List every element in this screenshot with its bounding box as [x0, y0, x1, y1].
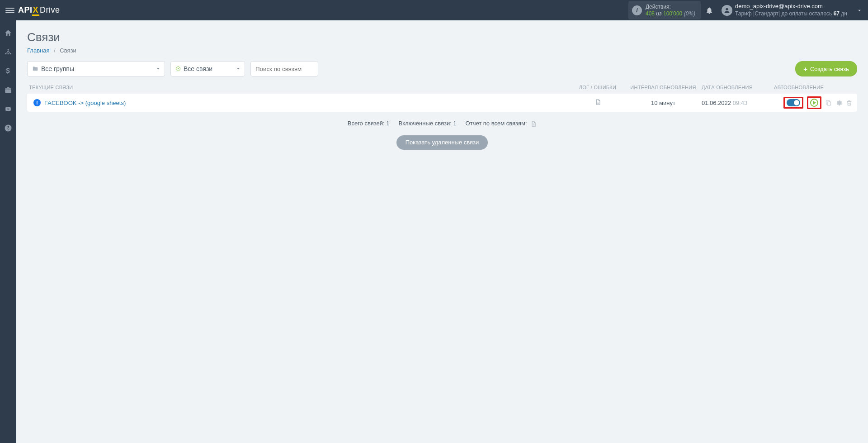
breadcrumb-current: Связи	[60, 47, 76, 54]
svg-rect-8	[827, 102, 831, 105]
report-icon[interactable]	[530, 121, 537, 127]
billing-icon[interactable]	[4, 67, 13, 76]
status-select[interactable]: Все связи	[170, 61, 245, 76]
logo-text-x: X	[33, 5, 39, 15]
search-input[interactable]	[250, 61, 318, 76]
summary-report: Отчет по всем связям:	[466, 120, 537, 127]
top-bar: API X Drive i Действия: 408 из 100'000 (…	[0, 0, 868, 20]
breadcrumb: Главная / Связи	[27, 47, 857, 54]
folder-icon	[32, 66, 38, 72]
logo-text-drive: Drive	[40, 5, 60, 15]
connection-link[interactable]: f FACEBOOK -> (google sheets)	[33, 99, 571, 106]
trash-icon[interactable]	[846, 100, 853, 106]
filters-row: Все группы Все связи + Создать связь	[27, 61, 857, 76]
status-select-label: Все связи	[184, 65, 212, 72]
briefcase-icon[interactable]	[4, 86, 13, 95]
svg-point-1	[8, 49, 9, 50]
group-select-label: Все группы	[41, 65, 74, 72]
group-select[interactable]: Все группы	[27, 61, 165, 76]
svg-point-2	[5, 53, 6, 54]
menu-toggle-button[interactable]	[4, 4, 16, 17]
show-deleted-button[interactable]: Показать удаленные связи	[396, 135, 488, 150]
svg-point-0	[726, 8, 728, 10]
user-email: demo_apix-drive@apix-drive.com	[735, 3, 847, 10]
highlight-play	[807, 96, 821, 109]
gear-icon[interactable]	[835, 100, 842, 106]
plus-icon: +	[803, 65, 807, 73]
home-icon[interactable]	[4, 29, 13, 38]
run-button[interactable]	[810, 99, 818, 107]
actions-text: Действия: 408 из 100'000 (0%)	[646, 4, 695, 17]
table-header: ТЕКУЩИЕ СВЯЗИ ЛОГ / ОШИБКИ ИНТЕРВАЛ ОБНО…	[27, 85, 857, 94]
sidebar	[0, 20, 16, 160]
summary-enabled: Включенные связи: 1	[399, 120, 457, 127]
user-info: demo_apix-drive@apix-drive.com Тариф |Ст…	[735, 3, 847, 17]
actions-counter[interactable]: i Действия: 408 из 100'000 (0%)	[628, 1, 701, 19]
row-actions	[774, 96, 855, 109]
main-content: Связи Главная / Связи Все группы Все свя…	[16, 20, 868, 160]
page-title: Связи	[27, 30, 857, 44]
connection-name: FACEBOOK -> (google sheets)	[44, 100, 126, 106]
facebook-icon: f	[33, 99, 41, 106]
date-value: 01.06.2022 09:43	[702, 100, 774, 106]
chevron-down-icon[interactable]	[856, 7, 863, 14]
tariff-text: Тариф |Стандарт| до оплаты осталось 67 д…	[735, 10, 847, 18]
breadcrumb-home[interactable]: Главная	[27, 47, 49, 54]
svg-point-3	[10, 53, 11, 54]
help-icon[interactable]	[4, 124, 13, 133]
col-date: ДАТА ОБНОВЛЕНИЯ	[702, 85, 774, 90]
highlight-toggle	[783, 97, 803, 109]
col-current: ТЕКУЩИЕ СВЯЗИ	[29, 85, 571, 90]
logo[interactable]: API X Drive	[18, 5, 60, 15]
col-interval: ИНТЕРВАЛ ОБНОВЛЕНИЯ	[625, 85, 702, 90]
chevron-down-icon	[156, 66, 161, 71]
avatar-icon[interactable]	[722, 5, 732, 16]
info-icon: i	[632, 5, 642, 15]
autoupdate-toggle[interactable]	[787, 99, 800, 106]
log-icon[interactable]	[594, 99, 601, 105]
youtube-icon[interactable]	[4, 105, 13, 114]
create-connection-button[interactable]: + Создать связь	[795, 61, 857, 76]
interval-value: 10 минут	[625, 100, 702, 106]
summary-total: Всего связей: 1	[348, 120, 390, 127]
summary-row: Всего связей: 1 Включенные связи: 1 Отче…	[27, 120, 857, 127]
col-auto: АВТООБНОВЛЕНИЕ	[774, 85, 855, 90]
table-row: f FACEBOOK -> (google sheets) 10 минут 0…	[27, 94, 857, 112]
bell-icon[interactable]	[705, 6, 713, 14]
logo-text-api: API	[18, 5, 33, 15]
play-icon	[175, 66, 181, 71]
col-log: ЛОГ / ОШИБКИ	[571, 85, 625, 90]
svg-point-4	[8, 53, 9, 54]
copy-icon[interactable]	[825, 100, 832, 106]
connections-icon[interactable]	[4, 48, 13, 57]
chevron-down-icon	[236, 66, 241, 71]
